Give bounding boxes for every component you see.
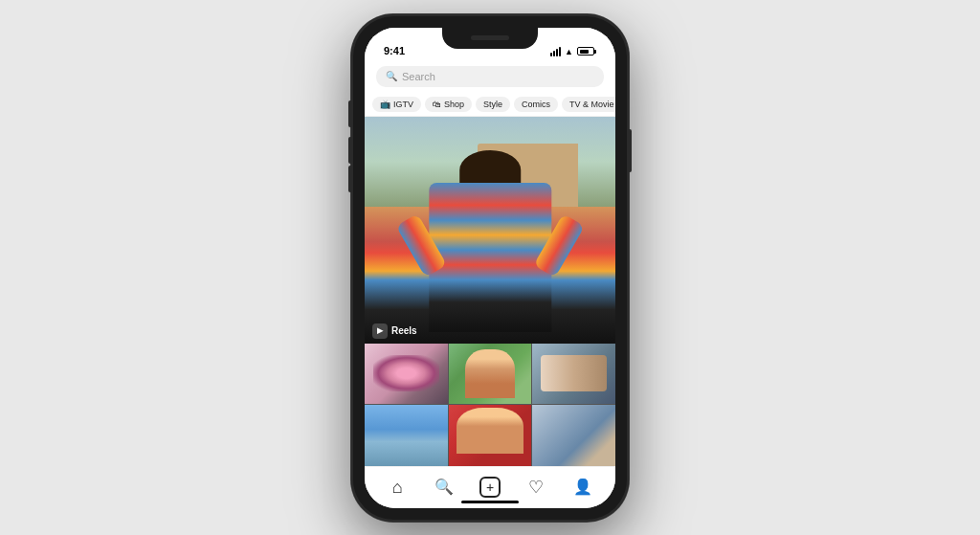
heart-icon: ♡ (528, 479, 544, 496)
tab-igtv[interactable]: 📺 IGTV (372, 97, 421, 112)
thumb-flowers (365, 344, 448, 404)
bottom-nav: ⌂ 🔍 + ♡ 👤 (365, 466, 615, 508)
page-background: 9:41 ▲ (0, 0, 980, 535)
phone-wrapper: 9:41 ▲ (351, 14, 629, 522)
hero-image: ▶ Reels (365, 117, 615, 344)
person-area (402, 150, 577, 332)
signal-bar-1 (550, 53, 552, 56)
status-icons: ▲ (550, 47, 596, 56)
shop-icon: 🛍 (433, 100, 441, 109)
tab-comics[interactable]: Comics (514, 97, 558, 112)
reels-icon-box: ▶ (372, 323, 388, 339)
home-indicator (461, 501, 519, 503)
reels-label: ▶ Reels (372, 323, 417, 339)
notch (442, 28, 538, 49)
search-magnifier-icon: 🔍 (386, 71, 397, 81)
nav-heart[interactable]: ♡ (517, 467, 555, 508)
thumb-people (449, 344, 532, 404)
status-time: 9:41 (384, 45, 405, 56)
tab-tv-movies[interactable]: TV & Movie (562, 97, 615, 112)
igtv-label: IGTV (393, 100, 413, 109)
reels-text: Reels (391, 325, 417, 336)
signal-bars (550, 47, 561, 56)
reels-icon: ▶ (377, 326, 383, 335)
comics-label: Comics (522, 100, 550, 109)
thumb-street (532, 405, 615, 465)
thumbnail-grid (365, 344, 615, 466)
profile-icon: 👤 (573, 479, 592, 495)
signal-bar-4 (559, 47, 561, 56)
igtv-icon: 📺 (380, 100, 390, 109)
arm-right (533, 213, 584, 278)
search-nav-icon: 🔍 (434, 479, 454, 495)
wifi-icon: ▲ (565, 47, 573, 56)
phone-screen: 9:41 ▲ (365, 28, 615, 508)
tab-style[interactable]: Style (476, 97, 510, 112)
style-label: Style (483, 100, 502, 109)
signal-bar-3 (556, 49, 558, 56)
thumb-red (449, 405, 532, 465)
home-icon: ⌂ (392, 479, 403, 496)
tv-movies-label: TV & Movie (569, 100, 614, 109)
search-placeholder-text: Search (402, 71, 435, 82)
search-input-box[interactable]: 🔍 Search (376, 66, 604, 87)
person-body (429, 183, 551, 332)
shop-label: Shop (444, 100, 464, 109)
category-tabs: 📺 IGTV 🛍 Shop Style Comics TV & Movie (365, 93, 615, 117)
nav-profile[interactable]: 👤 (564, 467, 602, 508)
notch-speaker (471, 35, 509, 40)
nav-search[interactable]: 🔍 (425, 467, 463, 508)
nav-home[interactable]: ⌂ (378, 467, 416, 508)
battery-icon (577, 47, 596, 56)
tab-shop[interactable]: 🛍 Shop (425, 97, 472, 112)
add-icon: + (479, 477, 501, 498)
content-area: ▶ Reels (365, 117, 615, 466)
signal-bar-2 (553, 51, 555, 56)
thumb-sky (365, 405, 448, 465)
arm-left (396, 213, 447, 278)
thumb-skater (532, 344, 615, 404)
search-bar[interactable]: 🔍 Search (365, 62, 615, 93)
